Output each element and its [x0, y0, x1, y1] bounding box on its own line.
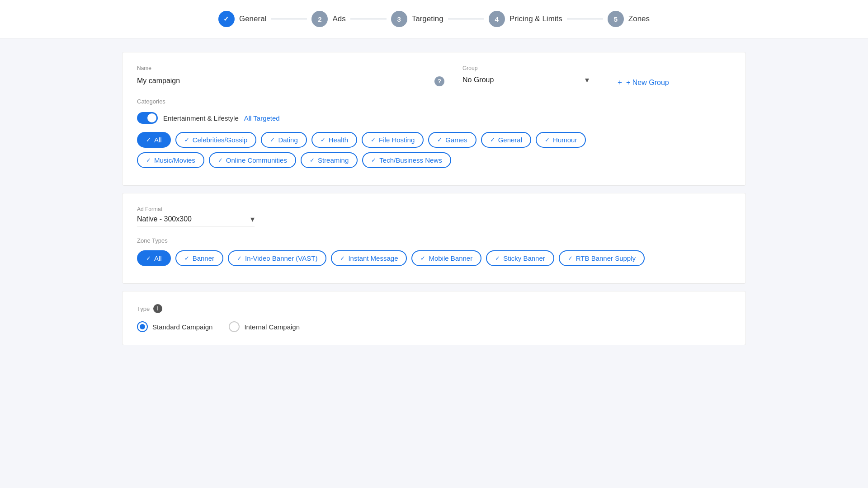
ad-format-label: Ad Format [137, 206, 731, 212]
toggle-slider [137, 112, 158, 124]
step-5-circle: 5 [608, 11, 624, 27]
zone-pill-rtb[interactable]: ✓ RTB Banner Supply [559, 250, 645, 266]
connector-1-2 [271, 19, 307, 19]
all-targeted-link[interactable]: All Targeted [244, 114, 280, 122]
step-general[interactable]: ✓ General [218, 11, 266, 27]
zone-pill-sticky-banner[interactable]: ✓ Sticky Banner [486, 250, 554, 266]
pill-file-hosting-check: ✓ [371, 136, 376, 143]
zone-pill-instant-check: ✓ [340, 255, 345, 262]
step-4-circle: 4 [489, 11, 505, 27]
name-help-icon[interactable]: ? [434, 76, 444, 86]
ad-format-value: Native - 300x300 [137, 215, 248, 223]
zone-pill-instant-message[interactable]: ✓ Instant Message [331, 250, 407, 266]
radio-internal-label: Internal Campaign [244, 323, 300, 331]
categories-label: Categories [137, 98, 731, 105]
pill-dating[interactable]: ✓ Dating [261, 132, 307, 148]
pill-health-check: ✓ [321, 136, 326, 143]
step-pricing[interactable]: 4 Pricing & Limits [489, 11, 562, 27]
connector-3-4 [448, 19, 484, 19]
zone-pill-sticky-label: Sticky Banner [503, 254, 545, 262]
pill-health[interactable]: ✓ Health [311, 132, 357, 148]
pill-all-label: All [154, 136, 162, 144]
pill-humour-check: ✓ [545, 136, 550, 143]
pill-humour[interactable]: ✓ Humour [536, 132, 586, 148]
zone-pill-banner[interactable]: ✓ Banner [175, 250, 223, 266]
stepper: ✓ General 2 Ads 3 Targeting 4 Pricing & … [0, 0, 868, 38]
main-content: Name ? Group No Group ▾ ＋ + New Group [104, 38, 764, 366]
pill-tech-business[interactable]: ✓ Tech/Business News [362, 152, 451, 168]
pill-music-check: ✓ [146, 157, 151, 164]
pill-file-hosting[interactable]: ✓ File Hosting [362, 132, 424, 148]
zone-pill-all-label: All [154, 254, 162, 262]
campaign-name-input[interactable] [137, 75, 430, 87]
zone-pill-banner-label: Banner [193, 254, 214, 262]
pill-all[interactable]: ✓ All [137, 132, 171, 148]
pill-celebrities-label: Celebrities/Gossip [193, 136, 248, 144]
pill-online-communities[interactable]: ✓ Online Communities [209, 152, 296, 168]
pill-games-check: ✓ [437, 136, 442, 143]
zone-pill-sticky-check: ✓ [495, 255, 500, 262]
zone-pill-mobile-banner[interactable]: ✓ Mobile Banner [411, 250, 481, 266]
type-section: Type i Standard Campaign Internal Campai… [122, 291, 746, 345]
toggle-row: Entertainment & Lifestyle All Targeted [137, 112, 731, 124]
pill-celebrities-gossip[interactable]: ✓ Celebrities/Gossip [175, 132, 257, 148]
step-targeting[interactable]: 3 Targeting [391, 11, 443, 27]
pill-general-check: ✓ [490, 136, 495, 143]
zone-pill-in-video-label: In-Video Banner (VAST) [245, 254, 317, 262]
pill-streaming[interactable]: ✓ Streaming [301, 152, 358, 168]
pill-streaming-check: ✓ [310, 157, 315, 164]
general-section: Name ? Group No Group ▾ ＋ + New Group [122, 52, 746, 186]
step-2-circle: 2 [311, 11, 328, 27]
step-3-label: Targeting [412, 14, 443, 23]
pill-online-check: ✓ [218, 157, 223, 164]
zone-pill-rtb-label: RTB Banner Supply [576, 254, 636, 262]
pill-online-label: Online Communities [226, 156, 287, 164]
zone-pill-in-video[interactable]: ✓ In-Video Banner (VAST) [228, 250, 326, 266]
group-select[interactable]: No Group ▾ [462, 75, 589, 87]
type-row: Type i [137, 304, 731, 313]
radio-internal[interactable]: Internal Campaign [229, 321, 300, 332]
new-group-button[interactable]: ＋ + New Group [616, 78, 669, 87]
name-input-row: ? [137, 75, 444, 87]
pill-general[interactable]: ✓ General [481, 132, 531, 148]
toggle-label: Entertainment & Lifestyle [163, 114, 239, 122]
zone-pill-all-check: ✓ [146, 255, 151, 262]
pill-health-label: Health [329, 136, 348, 144]
connector-4-5 [567, 19, 603, 19]
entertainment-toggle[interactable] [137, 112, 158, 124]
pill-games[interactable]: ✓ Games [428, 132, 476, 148]
zone-types-label: Zone Types [137, 237, 731, 244]
radio-standard-circle [137, 321, 148, 332]
zone-pill-banner-check: ✓ [184, 255, 189, 262]
pill-all-check: ✓ [146, 136, 151, 143]
zone-pill-rtb-check: ✓ [568, 255, 573, 262]
ad-format-chevron-icon: ▾ [250, 214, 255, 224]
zone-pill-all[interactable]: ✓ All [137, 250, 171, 266]
pill-humour-label: Humour [553, 136, 577, 144]
ad-format-select[interactable]: Native - 300x300 ▾ [137, 214, 255, 226]
pill-dating-check: ✓ [270, 136, 275, 143]
pill-tech-check: ✓ [371, 157, 376, 164]
pill-tech-label: Tech/Business News [379, 156, 442, 164]
zone-pill-mobile-label: Mobile Banner [429, 254, 472, 262]
ad-format-section: Ad Format Native - 300x300 ▾ Zone Types … [122, 193, 746, 284]
step-4-label: Pricing & Limits [509, 14, 562, 23]
group-label: Group [462, 65, 589, 71]
pill-dating-label: Dating [278, 136, 297, 144]
name-field-group: Name ? [137, 65, 444, 87]
pill-music-movies[interactable]: ✓ Music/Movies [137, 152, 204, 168]
zone-pill-instant-label: Instant Message [348, 254, 398, 262]
zone-pill-mobile-check: ✓ [420, 255, 425, 262]
radio-internal-circle [229, 321, 240, 332]
connector-2-3 [350, 19, 387, 19]
step-ads[interactable]: 2 Ads [311, 11, 345, 27]
step-3-circle: 3 [391, 11, 407, 27]
name-group-row: Name ? Group No Group ▾ ＋ + New Group [137, 65, 731, 87]
step-2-label: Ads [332, 14, 345, 23]
step-zones[interactable]: 5 Zones [608, 11, 650, 27]
radio-standard[interactable]: Standard Campaign [137, 321, 212, 332]
zone-type-pills-row: ✓ All ✓ Banner ✓ In-Video Banner (VAST) … [137, 250, 731, 266]
step-5-label: Zones [628, 14, 650, 23]
pill-general-label: General [498, 136, 522, 144]
type-info-icon[interactable]: i [153, 304, 162, 313]
